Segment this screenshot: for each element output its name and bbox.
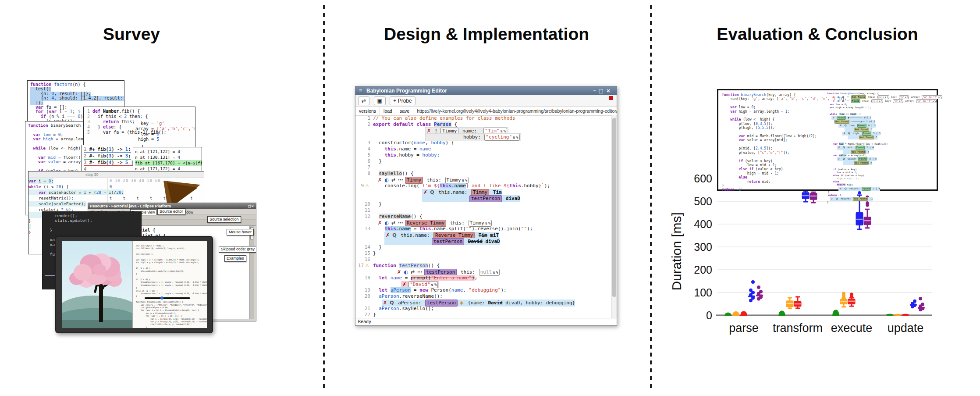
badge-not-found[interactable]: Not Found bbox=[853, 197, 868, 201]
badge-not-found[interactable]: Not Found bbox=[854, 128, 869, 132]
switch-icon[interactable]: ⇄ bbox=[391, 177, 395, 183]
stepper-icon[interactable]: ⇅ bbox=[879, 100, 881, 102]
link-icon[interactable]: % bbox=[516, 135, 518, 139]
timeline-ruler[interactable]: 0 10 20 30 40 50 60 bbox=[110, 178, 160, 184]
link-icon[interactable]: % bbox=[934, 100, 936, 102]
badge-found[interactable]: Found bbox=[858, 157, 867, 161]
close-icon[interactable]: ✗ bbox=[383, 300, 387, 306]
toggle-icon[interactable]: ◐ bbox=[838, 100, 840, 103]
toggle-icon[interactable]: ◐ bbox=[384, 177, 389, 183]
stepper-icon[interactable]: ⇅ bbox=[938, 96, 940, 98]
badge-found[interactable]: Found bbox=[862, 132, 871, 136]
book-scrub-bar[interactable] bbox=[145, 297, 190, 299]
badge-found[interactable]: Found bbox=[862, 187, 871, 191]
probe-icon[interactable]: Q bbox=[390, 300, 394, 306]
stepper-icon[interactable]: ⇅ bbox=[933, 100, 934, 102]
stepper-icon[interactable]: ⇅ bbox=[485, 221, 487, 225]
value-chip[interactable]: null⇅% bbox=[871, 99, 883, 103]
value-chip[interactable]: "g"⇅% bbox=[899, 95, 909, 99]
link-icon[interactable]: % bbox=[887, 96, 888, 98]
badge-not-found[interactable]: Not Found bbox=[834, 120, 849, 124]
probe-icon[interactable]: Q bbox=[392, 232, 396, 239]
badge-not-found[interactable]: Not Found bbox=[854, 161, 869, 165]
switch-icon[interactable]: ⇄ bbox=[411, 269, 415, 275]
swap-arrows-icon[interactable] bbox=[358, 96, 369, 105]
badge-not-found[interactable]: Not Found bbox=[851, 150, 866, 154]
toggle-icon[interactable]: ◐ bbox=[404, 269, 408, 275]
stepper-icon[interactable]: ⇅ bbox=[885, 96, 886, 98]
versions-button[interactable]: versions bbox=[355, 107, 380, 115]
link-icon[interactable]: % bbox=[434, 282, 437, 287]
stepper-icon[interactable]: ⇅ bbox=[493, 270, 495, 275]
menu-icon[interactable] bbox=[359, 88, 362, 94]
link-icon[interactable]: % bbox=[901, 100, 902, 102]
badge-not-found[interactable]: Not Found bbox=[859, 136, 874, 139]
add-probe-button[interactable]: Probe bbox=[390, 96, 415, 105]
editor-code-area[interactable]: 1// You can also define examples for cla… bbox=[355, 115, 612, 318]
minimize-icon[interactable] bbox=[593, 88, 599, 94]
scrub-handle[interactable] bbox=[160, 296, 163, 300]
value-chip[interactable]: "a" to "f"⇅% bbox=[916, 99, 937, 103]
save-button[interactable]: save bbox=[396, 107, 413, 115]
close-icon[interactable]: ✗ bbox=[838, 157, 840, 161]
stepper-icon[interactable]: ⇅ bbox=[500, 129, 502, 133]
close-icon[interactable]: ✗ bbox=[427, 128, 431, 134]
value-chip[interactable]: null⇅% bbox=[877, 95, 889, 99]
more-icon[interactable]: ⋯ bbox=[398, 177, 403, 183]
value-chip[interactable]: "cycling"⇅% bbox=[484, 134, 519, 141]
stepper-icon[interactable]: ⇅ bbox=[513, 135, 515, 139]
link-icon[interactable]: % bbox=[907, 96, 909, 98]
switch-icon[interactable]: ⇄ bbox=[391, 220, 395, 226]
link-icon[interactable]: % bbox=[881, 100, 882, 102]
value-chip[interactable]: "e"⇅% bbox=[893, 99, 903, 103]
close-icon[interactable]: ✗ bbox=[386, 232, 390, 239]
probe-icon[interactable]: Q bbox=[845, 124, 847, 127]
load-button[interactable]: load bbox=[380, 107, 396, 115]
stepper-icon[interactable]: ⇅ bbox=[905, 96, 906, 98]
badge-found[interactable]: Found bbox=[856, 146, 865, 150]
close-icon[interactable]: ✗ bbox=[831, 197, 833, 200]
probe-icon[interactable]: Q bbox=[843, 146, 845, 149]
value-chip[interactable]: "a" to "f"⇅% bbox=[922, 95, 942, 99]
probe-icon[interactable]: Q bbox=[430, 189, 434, 196]
value-chip[interactable]: null⇅% bbox=[479, 269, 500, 276]
switch-icon[interactable]: ⇄ bbox=[842, 100, 845, 103]
badge-found[interactable]: Found bbox=[851, 99, 860, 103]
stepper-icon[interactable]: ⇅ bbox=[431, 282, 433, 287]
probe-icon[interactable]: Q bbox=[836, 197, 838, 200]
selection-icon[interactable] bbox=[374, 96, 386, 105]
editor-scrollbar[interactable] bbox=[611, 115, 617, 318]
maximize-icon[interactable] bbox=[599, 88, 606, 94]
close-icon[interactable]: ✗ bbox=[838, 146, 840, 149]
probe-icon[interactable]: Q bbox=[843, 157, 845, 161]
stepper-icon[interactable]: ⇅ bbox=[899, 100, 901, 102]
badge-testperson[interactable]: testPerson bbox=[432, 238, 464, 245]
link-icon[interactable]: % bbox=[465, 178, 467, 182]
close-icon[interactable]: ✗ bbox=[402, 282, 406, 288]
close-icon[interactable]: ✗ bbox=[843, 132, 845, 135]
url-field[interactable]: https://lively-kernel.org/lively4/lively… bbox=[413, 107, 617, 115]
badge-found[interactable]: Found bbox=[857, 124, 866, 128]
scrollbar-thumb[interactable] bbox=[612, 118, 616, 297]
link-icon[interactable]: % bbox=[504, 129, 506, 133]
switch-icon[interactable]: ⇄ bbox=[842, 96, 845, 99]
close-icon[interactable]: ✗ bbox=[833, 96, 835, 99]
more-icon[interactable]: ⋯ bbox=[417, 269, 422, 275]
probe-icon[interactable]: Q bbox=[848, 132, 850, 135]
more-icon[interactable]: ⋯ bbox=[847, 100, 849, 103]
kebab-icon[interactable]: ⋮ bbox=[433, 128, 438, 134]
badge-not-found[interactable]: Not Found bbox=[851, 95, 866, 99]
link-icon[interactable]: % bbox=[488, 221, 490, 225]
stepper-icon[interactable]: ⇅ bbox=[462, 178, 464, 182]
link-icon[interactable]: % bbox=[941, 96, 942, 98]
link-icon[interactable]: % bbox=[496, 270, 498, 275]
eclipse-window-buttons[interactable]: _□× bbox=[245, 203, 255, 209]
toggle-icon[interactable]: ◐ bbox=[838, 96, 840, 99]
close-icon[interactable]: ✗ bbox=[378, 220, 382, 226]
badge-found[interactable]: Found bbox=[837, 116, 846, 120]
badge-testperson[interactable]: testPerson bbox=[469, 195, 502, 202]
close-icon[interactable]: ✗ bbox=[833, 100, 835, 103]
close-icon[interactable]: ✗ bbox=[397, 269, 401, 275]
close-icon[interactable]: ✗ bbox=[840, 124, 842, 127]
more-icon[interactable]: ⋯ bbox=[398, 220, 403, 226]
